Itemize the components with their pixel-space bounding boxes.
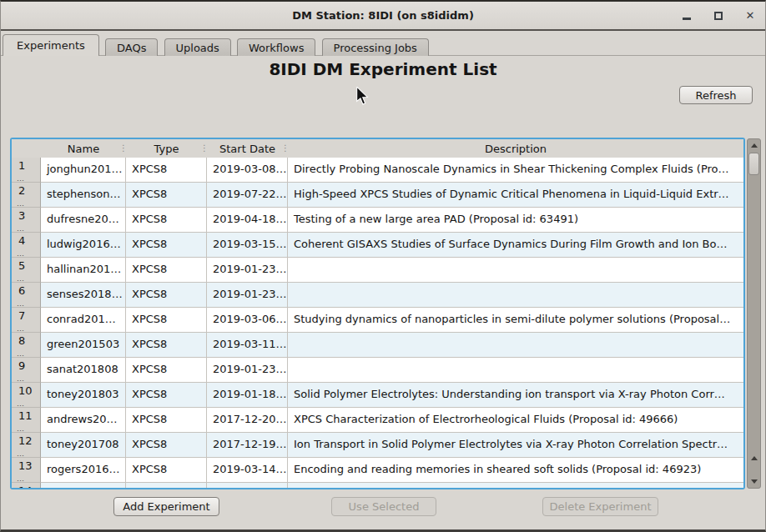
cell-description[interactable] [288, 283, 743, 308]
cell-start-date[interactable]: 2019-04-18… [207, 208, 288, 233]
cell-start-date[interactable]: 2017-12-19… [207, 433, 288, 458]
table-row[interactable]: 13 … rogers2016… XPCS8 2019-03-14… Encod… [12, 458, 743, 483]
tab-daqs[interactable]: DAQs [105, 38, 158, 56]
cell-description[interactable]: Ion Transport in Solid Polymer Electroly… [288, 433, 743, 458]
cell-type[interactable]: XPCS8 [126, 308, 207, 333]
column-header-start-date[interactable]: Start Date ⋮ [207, 139, 288, 158]
cell-type[interactable]: XPCS8 [126, 408, 207, 433]
refresh-button[interactable]: Refresh [679, 86, 753, 104]
cell-description[interactable]: Coherent GISAXS Studies of Surface Dynam… [288, 233, 743, 258]
close-button[interactable]: ✕ [743, 9, 757, 23]
cell-name[interactable]: senses2018… [41, 283, 126, 308]
cell-description[interactable]: Encoding and reading memories in sheared… [288, 458, 743, 483]
cell-type[interactable]: XPCS8 [126, 158, 207, 183]
use-selected-button[interactable]: Use Selected [331, 497, 436, 516]
cell-name[interactable]: toney201803 [41, 383, 126, 408]
row-header[interactable]: 12 … [12, 433, 41, 458]
cell-type[interactable]: XPCS8 [126, 233, 207, 258]
column-header-type[interactable]: Type ⋮ [126, 139, 207, 158]
cell-description[interactable]: Solid Polymer Electrolytes: Understandin… [288, 383, 743, 408]
table-row[interactable]: 4 … ludwig2016… XPCS8 2019-03-15… Cohere… [12, 233, 743, 258]
cell-name[interactable]: jonghun201… [41, 158, 126, 183]
cell-start-date[interactable]: 2019-03-15… [207, 233, 288, 258]
cell-start-date[interactable]: 2019-01-23… [207, 358, 288, 383]
cell-name[interactable]: dufresne20… [41, 208, 126, 233]
cell-start-date[interactable]: 2019-01-23… [207, 283, 288, 308]
table-row[interactable]: 9 … sanat201808 XPCS8 2019-01-23… [12, 358, 743, 383]
table-row[interactable]: 8 … green201503 XPCS8 2019-03-11… [12, 333, 743, 358]
cell-start-date[interactable]: 2019-01-18… [207, 383, 288, 408]
cell-start-date[interactable]: 2019-03-14… [207, 458, 288, 483]
row-header[interactable]: 13 … [12, 458, 41, 483]
table-row[interactable]: 12 … toney201708 XPCS8 2017-12-19… Ion T… [12, 433, 743, 458]
tab-processing-jobs[interactable]: Processing Jobs [322, 38, 429, 56]
cell-description[interactable]: Testing of a new large area PAD (Proposa… [288, 208, 743, 233]
tab-uploads[interactable]: Uploads [164, 38, 231, 56]
cell-type[interactable]: XPCS8 [126, 358, 207, 383]
cell-name[interactable]: stephenson… [41, 183, 126, 208]
cell-start-date[interactable]: 2019-01-23… [207, 258, 288, 283]
cell-name[interactable]: toney201708 [41, 433, 126, 458]
table-row[interactable]: 14 … leheny201… XPCS8 2017-03-20… The ro… [12, 483, 743, 489]
table-row[interactable]: 11 … andrews20… XPCS8 2017-12-20… XPCS C… [12, 408, 743, 433]
scroll-up-button[interactable] [748, 140, 759, 151]
cell-name[interactable]: rogers2016… [41, 458, 126, 483]
cell-name[interactable]: leheny201… [41, 483, 126, 489]
scroll-up-button-bottom[interactable] [748, 453, 759, 464]
row-header[interactable]: 8 … [12, 333, 41, 358]
delete-experiment-button[interactable]: Delete Experiment [542, 497, 658, 516]
cell-name[interactable]: conrad201… [41, 308, 126, 333]
row-header[interactable]: 2 … [12, 183, 41, 208]
cell-description[interactable] [288, 333, 743, 358]
table-row[interactable]: 2 … stephenson… XPCS8 2019-07-22… High-S… [12, 183, 743, 208]
cell-type[interactable]: XPCS8 [126, 433, 207, 458]
cell-type[interactable]: XPCS8 [126, 258, 207, 283]
cell-start-date[interactable]: 2017-03-20… [207, 483, 288, 489]
row-header[interactable]: 11 … [12, 408, 41, 433]
cell-description[interactable]: Directly Probing Nanoscale Dynamics in S… [288, 158, 743, 183]
cell-description[interactable]: XPCS Characterization of Electrorheologi… [288, 408, 743, 433]
table-row[interactable]: 10 … toney201803 XPCS8 2019-01-18… Solid… [12, 383, 743, 408]
cell-start-date[interactable]: 2019-03-06… [207, 308, 288, 333]
cell-name[interactable]: ludwig2016… [41, 233, 126, 258]
tab-experiments[interactable]: Experiments [3, 34, 99, 56]
row-header[interactable]: 4 … [12, 233, 41, 258]
cell-description[interactable]: High-Speed XPCS Studies of Dynamic Criti… [288, 183, 743, 208]
row-header[interactable]: 5 … [12, 258, 41, 283]
row-header[interactable]: 3 … [12, 208, 41, 233]
table-row[interactable]: 3 … dufresne20… XPCS8 2019-04-18… Testin… [12, 208, 743, 233]
cell-type[interactable]: XPCS8 [126, 208, 207, 233]
table-row[interactable]: 5 … hallinan201… XPCS8 2019-01-23… [12, 258, 743, 283]
cell-start-date[interactable]: 2019-07-22… [207, 183, 288, 208]
column-header-name[interactable]: Name ⋮ [41, 139, 126, 158]
table-row[interactable]: 1 … jonghun201… XPCS8 2019-03-08… Direct… [12, 158, 743, 183]
cell-type[interactable]: XPCS8 [126, 383, 207, 408]
column-header-description[interactable]: Description [288, 139, 743, 158]
table-row[interactable]: 7 … conrad201… XPCS8 2019-03-06… Studyin… [12, 308, 743, 333]
row-header[interactable]: 7 … [12, 308, 41, 333]
cell-start-date[interactable]: 2017-12-20… [207, 408, 288, 433]
table-row[interactable]: 6 … senses2018… XPCS8 2019-01-23… [12, 283, 743, 308]
cell-name[interactable]: andrews20… [41, 408, 126, 433]
cell-description[interactable] [288, 258, 743, 283]
add-experiment-button[interactable]: Add Experiment [113, 497, 219, 516]
cell-name[interactable]: green201503 [41, 333, 126, 358]
cell-type[interactable]: XPCS8 [126, 183, 207, 208]
vertical-scrollbar[interactable] [747, 138, 761, 489]
cell-type[interactable]: XPCS8 [126, 333, 207, 358]
cell-type[interactable]: XPCS8 [126, 283, 207, 308]
row-header[interactable]: 10 … [12, 383, 41, 408]
cell-type[interactable]: XPCS8 [126, 458, 207, 483]
cell-start-date[interactable]: 2019-03-08… [207, 158, 288, 183]
cell-type[interactable]: XPCS8 [126, 483, 207, 489]
row-header[interactable]: 9 … [12, 358, 41, 383]
scroll-down-button[interactable] [748, 476, 759, 487]
cell-description[interactable]: The role of contact friction on shear th… [288, 483, 743, 489]
cell-description[interactable] [288, 358, 743, 383]
tab-workflows[interactable]: Workflows [237, 38, 315, 56]
cell-name[interactable]: hallinan201… [41, 258, 126, 283]
minimize-button[interactable] [680, 9, 693, 23]
maximize-button[interactable] [712, 9, 725, 23]
row-header[interactable]: 14 … [12, 483, 41, 489]
cell-start-date[interactable]: 2019-03-11… [207, 333, 288, 358]
